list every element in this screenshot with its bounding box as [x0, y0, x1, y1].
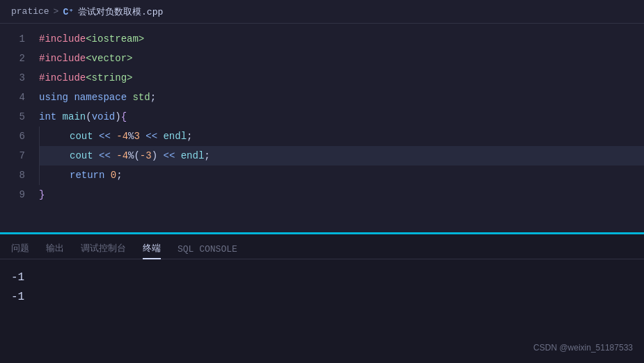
tab-debug-label: 调试控制台	[81, 243, 126, 254]
op-lshift-7b: <<	[157, 146, 181, 166]
csdn-watermark: CSDN @weixin_51187533	[533, 338, 633, 357]
kw-int: int	[39, 107, 63, 127]
terminal-panel: 问题 输出 调试控制台 终端 SQL CONSOLE -1 -1 CSDN @w…	[0, 234, 644, 363]
code-container: 1 2 3 4 5 6 7 8 9 #include<iostream> #in…	[0, 24, 644, 232]
line-num-5: 5	[11, 107, 25, 127]
num-neg4-6: -4	[116, 127, 128, 146]
num-neg3-7: -3	[140, 146, 152, 166]
kw-main: main	[63, 107, 86, 127]
breadcrumb: pratice > C⁺ 尝试对负数取模.cpp	[0, 0, 644, 24]
tab-terminal[interactable]: 终端	[143, 242, 161, 259]
terminal-output-line-1: -1	[11, 268, 633, 287]
line-num-8: 8	[11, 166, 25, 185]
kw-endl-7: endl	[181, 146, 205, 166]
tab-debug-console[interactable]: 调试控制台	[81, 242, 126, 259]
tab-terminal-label: 终端	[143, 243, 161, 254]
indent-8	[39, 166, 42, 185]
keyword-include: #include	[39, 29, 86, 49]
mod-7: %	[128, 146, 134, 166]
line-num-9: 9	[11, 185, 25, 204]
kw-void: void	[92, 107, 116, 127]
panel-tabs: 问题 输出 调试控制台 终端 SQL CONSOLE	[0, 234, 644, 259]
kw-std: std	[132, 88, 150, 107]
line-num-1: 1	[11, 29, 25, 49]
line-num-7: 7	[11, 146, 25, 166]
code-line-8: return 0;	[39, 166, 644, 185]
header-string: <string>	[86, 68, 132, 88]
tab-output[interactable]: 输出	[46, 242, 64, 259]
code-line-5: int main(void){	[39, 107, 644, 127]
line-numbers: 1 2 3 4 5 6 7 8 9	[0, 24, 33, 232]
kw-namespace: namespace	[74, 88, 132, 107]
kw-endl-6: endl	[163, 127, 187, 146]
num-0-8: 0	[111, 166, 116, 185]
terminal-content: -1 -1 CSDN @weixin_51187533	[0, 259, 644, 363]
semicolon-7: ;	[204, 146, 210, 166]
tab-problems[interactable]: 问题	[11, 242, 29, 259]
op-lshift-6a: <<	[99, 127, 116, 146]
code-line-7: cout << -4%(-3) << endl;	[39, 146, 644, 166]
code-line-3: #include<string>	[39, 68, 644, 88]
tab-output-label: 输出	[46, 243, 64, 254]
kw-using: using	[39, 88, 74, 107]
code-lines: #include<iostream> #include<vector> #inc…	[33, 24, 644, 232]
breadcrumb-separator: >	[54, 6, 59, 17]
file-name: 尝试对负数取模.cpp	[78, 6, 163, 18]
code-editor: 1 2 3 4 5 6 7 8 9 #include<iostream> #in…	[0, 24, 644, 232]
header-iostream: <iostream>	[86, 29, 144, 49]
code-line-9: }	[39, 185, 644, 204]
line-num-3: 3	[11, 68, 25, 88]
code-line-6: cout << -4%3 << endl;	[39, 127, 644, 146]
mod-6: %	[128, 127, 134, 146]
num-neg4-7: -4	[116, 146, 128, 166]
paren-open-5: (	[86, 107, 91, 127]
semicolon-4: ;	[150, 88, 156, 107]
num-3-6: 3	[134, 127, 139, 146]
kw-return-8: return	[70, 166, 111, 185]
paren-close-5: )	[115, 107, 120, 127]
line-num-4: 4	[11, 88, 25, 107]
semicolon-8: ;	[116, 166, 122, 185]
tab-sql-console[interactable]: SQL CONSOLE	[178, 244, 237, 259]
kw-cout-6: cout	[70, 127, 99, 146]
op-lshift-7a: <<	[99, 146, 116, 166]
brace-open-5: {	[121, 107, 127, 127]
keyword-include3: #include	[39, 68, 86, 88]
indent-6	[39, 127, 42, 146]
cpp-file-icon: C⁺	[63, 6, 74, 17]
code-line-2: #include<vector>	[39, 49, 644, 68]
keyword-include2: #include	[39, 49, 86, 68]
tab-problems-label: 问题	[11, 243, 29, 254]
code-line-1: #include<iostream>	[39, 29, 644, 49]
terminal-output-line-2: -1	[11, 287, 633, 307]
paren-open-7: (	[134, 146, 139, 166]
op-lshift-6b: <<	[140, 127, 164, 146]
kw-cout-7: cout	[70, 146, 99, 166]
line-num-6: 6	[11, 127, 25, 146]
tab-sql-label: SQL CONSOLE	[178, 244, 237, 255]
project-name: pratice	[11, 6, 49, 17]
semicolon-6: ;	[187, 127, 192, 146]
header-vector: <vector>	[86, 49, 132, 68]
code-line-4: using namespace std;	[39, 88, 644, 107]
brace-close-9: }	[39, 185, 45, 204]
paren-close-7: )	[152, 146, 157, 166]
line-num-2: 2	[11, 49, 25, 68]
indent-7	[39, 146, 42, 166]
